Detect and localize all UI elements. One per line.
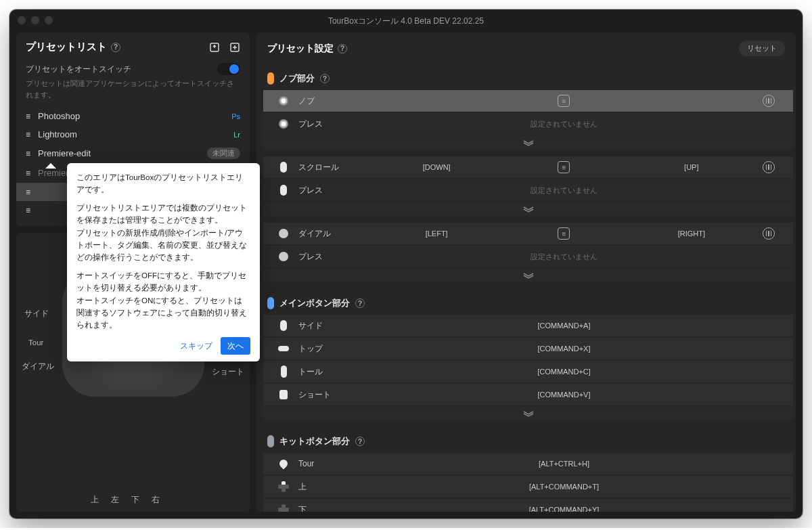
expand-row[interactable] (263, 269, 793, 282)
row-up[interactable]: 上 [ALT+COMMAND+T] (263, 476, 793, 498)
dial-icon (279, 252, 288, 261)
drag-handle-icon[interactable]: ≡ (26, 130, 30, 139)
app-tag: Ps (231, 112, 240, 120)
haptic-icon[interactable] (763, 227, 775, 240)
zoom-icon[interactable] (45, 16, 53, 24)
main-panel: プリセット設定 ? リセット ノブ部分 ? ノブ ≡ (256, 32, 796, 512)
action-slot-icon[interactable]: ≡ (558, 227, 570, 240)
window-controls[interactable] (18, 16, 53, 24)
scroll-icon (280, 185, 287, 196)
dpad-down-icon (278, 504, 289, 512)
haptic-icon[interactable] (763, 95, 775, 107)
row-knob-press[interactable]: プレス 設定されていません (263, 113, 793, 135)
drag-handle-icon[interactable]: ≡ (26, 187, 30, 197)
app-tag: 未関連 (207, 148, 240, 159)
kit-section-icon (267, 435, 274, 447)
tour-icon (278, 458, 290, 470)
section-kit: キットボタン部分 ? (263, 427, 793, 453)
preset-settings-title: プリセット設定 ? (267, 43, 347, 55)
import-button[interactable] (209, 42, 220, 53)
drag-handle-icon[interactable]: ≡ (26, 112, 30, 121)
preset-item[interactable]: ≡ Premiere-edit 未関連 (26, 143, 240, 163)
autoswitch-toggle[interactable] (217, 63, 240, 75)
haptic-icon[interactable] (763, 161, 775, 173)
side-icon (280, 320, 287, 331)
action-slot-icon[interactable]: ≡ (558, 161, 570, 173)
help-icon[interactable]: ? (320, 74, 330, 83)
drag-handle-icon[interactable]: ≡ (26, 206, 30, 215)
help-icon[interactable]: ? (355, 437, 365, 446)
row-side[interactable]: サイド [COMMAND+A] (263, 315, 793, 336)
row-dial-press[interactable]: プレス 設定されていません (263, 246, 793, 267)
drag-handle-icon[interactable]: ≡ (26, 149, 30, 158)
main-section-icon (267, 297, 274, 309)
section-knob: ノブ部分 ? (263, 64, 793, 90)
skip-button[interactable]: スキップ (176, 337, 217, 355)
dial-icon (279, 229, 288, 238)
section-main: メインボタン部分 ? (263, 289, 793, 315)
row-knob[interactable]: ノブ ≡ (263, 90, 793, 112)
reset-button[interactable]: リセット (739, 41, 785, 56)
row-scroll-press[interactable]: プレス 設定されていません (263, 179, 793, 201)
autoswitch-label: プリセットをオートスイッチ (26, 64, 131, 75)
short-icon (279, 390, 288, 399)
scroll-icon (280, 162, 287, 173)
expand-row[interactable] (263, 202, 793, 216)
row-scroll[interactable]: スクロール [DOWN] ≡ [UP] (263, 156, 793, 178)
preset-item[interactable]: ≡ Lightroom Lr (26, 125, 240, 143)
row-short[interactable]: ショート [COMMAND+V] (263, 384, 793, 405)
expand-row[interactable] (263, 136, 793, 150)
knob-icon (279, 119, 288, 129)
help-icon[interactable]: ? (338, 44, 347, 53)
knob-icon (279, 96, 288, 106)
app-window: TourBoxコンソール 4.0 Beta DEV 22.02.25 プリセット… (9, 9, 803, 518)
window-title: TourBoxコンソール 4.0 Beta DEV 22.02.25 (328, 16, 484, 27)
row-top[interactable]: トップ [COMMAND+X] (263, 338, 793, 359)
top-icon (278, 346, 289, 351)
minimize-icon[interactable] (31, 16, 39, 24)
row-dial[interactable]: ダイアル [LEFT] ≡ [RIGHT] (263, 223, 793, 244)
dpad-up-icon (278, 481, 289, 492)
row-down[interactable]: 下 [ALT+COMMAND+Y] (263, 499, 793, 512)
drag-handle-icon[interactable]: ≡ (26, 169, 30, 178)
action-slot-icon[interactable]: ≡ (558, 95, 570, 107)
row-tour[interactable]: Tour [ALT+CTRL+H] (263, 453, 793, 474)
next-button[interactable]: 次へ (221, 337, 250, 355)
expand-row[interactable] (263, 407, 793, 420)
app-tag: Lr (233, 131, 240, 139)
settings-scroll[interactable]: ノブ部分 ? ノブ ≡ プレス 設定されていません (256, 64, 796, 512)
add-preset-button[interactable] (229, 42, 240, 53)
close-icon[interactable] (18, 16, 26, 24)
help-icon[interactable]: ? (111, 43, 120, 52)
preset-list-title: プリセットリスト ? (26, 41, 120, 53)
row-tall[interactable]: トール [COMMAND+C] (263, 361, 793, 382)
help-icon[interactable]: ? (355, 299, 365, 308)
titlebar: TourBoxコンソール 4.0 Beta DEV 22.02.25 (9, 9, 803, 32)
preset-item[interactable]: ≡ Photoshop Ps (26, 107, 240, 125)
autoswitch-desc: プリセットは関連アプリケーションによってオートスイッチされます。 (26, 78, 240, 100)
knob-section-icon (267, 72, 274, 85)
tall-icon (281, 366, 287, 378)
onboarding-popover: このエリアはTourBoxのプリセットリストエリアです。 プリセットリストエリア… (67, 163, 260, 361)
